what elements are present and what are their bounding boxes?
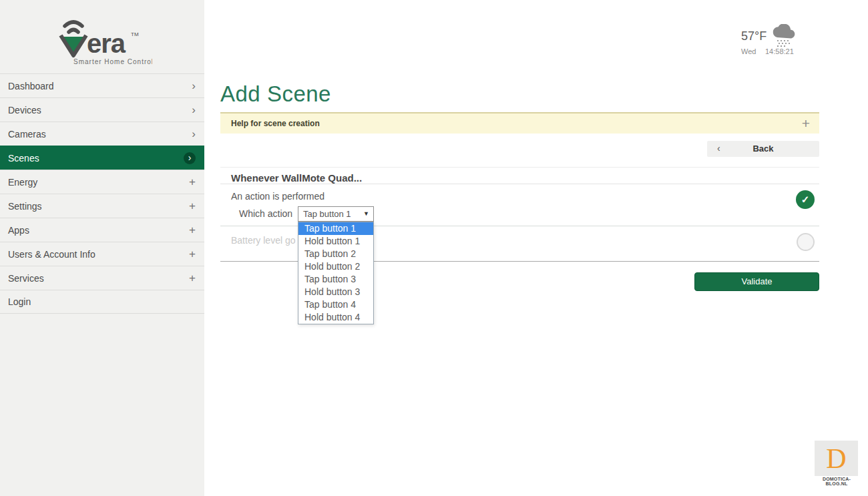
plus-icon: + (189, 248, 196, 260)
sidebar-item-label: Energy (8, 177, 189, 188)
help-bar-label: Help for scene creation (231, 119, 320, 128)
sidebar-item[interactable]: Apps + (0, 218, 204, 242)
vera-logo: era TM Smarter Home Control (59, 15, 152, 67)
sidebar-item-label: Cameras (8, 129, 192, 140)
dropdown-option[interactable]: Tap button 1 (298, 222, 373, 235)
vera-logo-tm: TM (131, 31, 139, 37)
chevron-down-icon: ▼ (363, 210, 369, 217)
domotica-blog-label: DOMOTICA-BLOG.NL (812, 477, 861, 486)
expand-plus-icon[interactable]: + (802, 115, 810, 132)
plus-icon: + (189, 176, 196, 188)
sidebar-item-label: Login (8, 296, 196, 307)
action-dropdown-list: Tap button 1Hold button 1Tap button 2Hol… (298, 222, 374, 324)
section-top-divider (220, 167, 819, 168)
sidebar-item[interactable]: Cameras › (0, 121, 204, 146)
sidebar-item-label: Apps (8, 225, 189, 236)
weather-temperature: 57°F (741, 29, 767, 43)
plus-icon: + (189, 224, 196, 236)
plus-icon: + (189, 272, 196, 284)
sidebar-item[interactable]: Dashboard › (0, 73, 204, 97)
dropdown-option[interactable]: Tap button 3 (298, 273, 373, 286)
divider (220, 184, 819, 184)
dropdown-option[interactable]: Tap button 4 (298, 298, 373, 311)
sidebar-item[interactable]: Scenes › (0, 146, 204, 170)
chevron-left-icon: ‹ (717, 143, 720, 154)
domotica-blog-logo: D (815, 441, 858, 476)
dropdown-option[interactable]: Hold button 2 (298, 260, 373, 273)
sidebar-item-label: Dashboard (8, 81, 192, 91)
vera-logo-text: era (87, 29, 126, 58)
sidebar-item[interactable]: Energy + (0, 170, 204, 194)
sidebar-item-label: Devices (8, 105, 192, 115)
sidebar-item[interactable]: Login (0, 290, 204, 314)
weather-day: Wed (741, 47, 756, 55)
scene-trigger-heading: Whenever WallMote Quad... (231, 172, 362, 184)
sidebar-item[interactable]: Settings + (0, 194, 204, 218)
vera-logo-icon: era TM Smarter Home Control (59, 15, 152, 67)
dropdown-option[interactable]: Tap button 2 (298, 248, 373, 260)
sidebar-item-label: Users & Account Info (8, 249, 189, 260)
chevron-right-icon: › (192, 104, 196, 115)
chevron-right-circle-icon: › (184, 152, 196, 164)
validate-button[interactable]: Validate (694, 272, 819, 291)
sidebar-item-label: Services (8, 273, 189, 284)
back-button-label: Back (707, 141, 819, 157)
help-bar[interactable]: Help for scene creation + (220, 112, 819, 134)
action-select[interactable]: Tap button 1 ▼ (298, 206, 374, 222)
vera-logo-tagline: Smarter Home Control (73, 58, 152, 65)
trigger-battery-label: Battery level go (231, 235, 296, 246)
sidebar-item[interactable]: Services + (0, 266, 204, 290)
check-icon: ✓ (801, 194, 810, 206)
plus-icon: + (189, 200, 196, 212)
trigger-selected-indicator[interactable]: ✓ (796, 190, 815, 209)
back-button[interactable]: ‹ Back (707, 141, 819, 157)
action-select-value: Tap button 1 (303, 209, 351, 219)
sidebar-item[interactable]: Users & Account Info + (0, 242, 204, 266)
chevron-right-icon: › (192, 128, 196, 140)
sidebar: era TM Smarter Home Control Dashboard › … (0, 0, 204, 496)
page-title: Add Scene (220, 81, 331, 107)
sidebar-item-label: Scenes (8, 153, 184, 164)
dropdown-option[interactable]: Hold button 1 (298, 235, 373, 248)
weather-time: 14:58:21 (765, 47, 794, 55)
trigger-action-label: An action is performed (231, 191, 324, 202)
dropdown-option[interactable]: Hold button 3 (298, 286, 373, 298)
domotica-d-letter: D (826, 445, 846, 473)
which-action-label: Which action (239, 208, 292, 219)
trigger-unselected-radio[interactable] (797, 233, 815, 251)
sidebar-item[interactable]: Devices › (0, 97, 204, 121)
sidebar-item-label: Settings (8, 201, 189, 212)
chevron-right-icon: › (192, 80, 196, 91)
dropdown-option[interactable]: Hold button 4 (298, 311, 373, 324)
sidebar-nav: Dashboard › Devices › Cameras › Scenes ›… (0, 73, 204, 314)
rain-cloud-icon (769, 24, 797, 49)
